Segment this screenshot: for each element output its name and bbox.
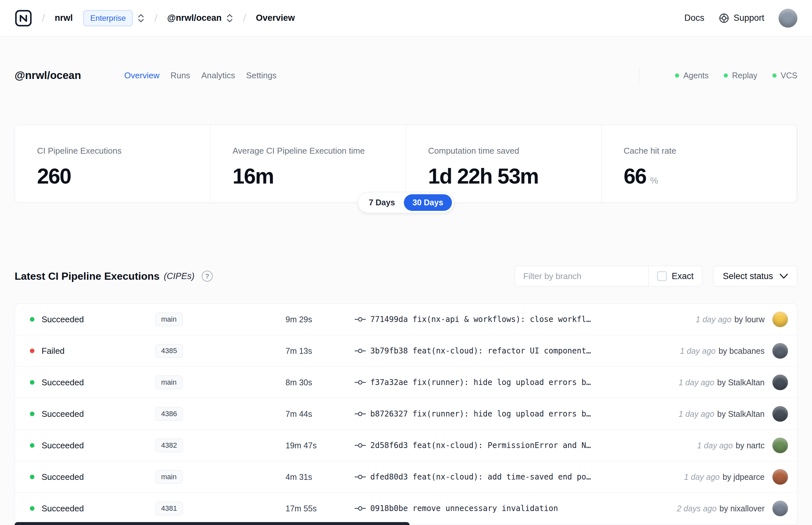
select-status-dropdown[interactable]: Select status	[713, 266, 797, 287]
org-selector-chevron-icon[interactable]	[137, 13, 144, 24]
row-status: Succeeded	[42, 409, 155, 419]
exact-checkbox[interactable]	[657, 271, 667, 281]
avatar	[772, 469, 788, 485]
breadcrumb-separator: /	[243, 12, 246, 24]
enterprise-badge[interactable]: Enterprise	[83, 10, 133, 26]
status-dot-icon	[30, 443, 34, 448]
branch-badge[interactable]: 4381	[155, 501, 183, 515]
table-row[interactable]: Failed 4385 7m 13s 3b79fb38 feat(nx-clou…	[15, 335, 797, 367]
row-author: by lourw	[734, 315, 765, 324]
row-meta: 1 day agoby lourw	[696, 315, 765, 324]
top-navbar: / nrwl Enterprise / @nrwl/ocean / Overvi…	[0, 0, 812, 36]
commit-message[interactable]: 0918b0be remove unnecessary invalidation	[370, 504, 558, 513]
row-duration: 8m 30s	[286, 378, 355, 387]
tab-overview[interactable]: Overview	[124, 71, 159, 80]
metric-value: 16m	[232, 164, 393, 189]
user-avatar[interactable]	[779, 9, 797, 28]
green-dot-icon	[772, 73, 777, 78]
breadcrumb-separator: /	[154, 12, 157, 24]
git-commit-icon	[355, 379, 366, 385]
range-7-days[interactable]: 7 Days	[360, 194, 404, 211]
status-label: Replay	[732, 71, 757, 80]
row-status: Succeeded	[42, 472, 155, 482]
metric-number: 66	[624, 164, 646, 188]
row-status: Succeeded	[42, 314, 155, 325]
branch-badge[interactable]: main	[155, 376, 183, 389]
avatar	[772, 406, 788, 422]
table-row[interactable]: Succeeded main 8m 30s f37a32ae fix(runne…	[15, 367, 797, 398]
row-duration: 4m 31s	[286, 472, 355, 482]
row-time: 1 day ago	[684, 472, 720, 481]
metric-average-execution-time: Average CI Pipeline Execution time 16m	[211, 125, 406, 202]
row-meta: 1 day agoby StalkAltan	[678, 378, 765, 387]
commit-message[interactable]: f37a32ae fix(runner): hide log upload er…	[370, 378, 591, 387]
status-dot-icon	[30, 349, 34, 353]
help-icon[interactable]: ?	[202, 271, 213, 282]
tab-analytics[interactable]: Analytics	[201, 71, 235, 80]
date-range-toggle: 7 Days 30 Days	[357, 192, 454, 213]
range-30-days[interactable]: 30 Days	[404, 194, 452, 211]
table-row[interactable]: Succeeded main 4m 31s dfed80d3 feat(nx-c…	[15, 461, 797, 493]
commit-message[interactable]: 3b79fb38 feat(nx-cloud): refactor UI com…	[370, 346, 591, 356]
row-author: by nartc	[736, 441, 765, 450]
avatar	[772, 375, 788, 390]
status-dot-icon	[30, 317, 34, 321]
row-duration: 7m 44s	[286, 409, 355, 419]
row-status: Succeeded	[42, 440, 155, 451]
table-row[interactable]: Succeeded 4382 19m 47s 2d58f6d3 feat(nx-…	[15, 430, 797, 461]
row-time: 2 days ago	[677, 504, 717, 513]
status-vcs[interactable]: VCS	[772, 71, 797, 80]
avatar	[772, 343, 788, 359]
metric-label: Average CI Pipeline Execution time	[232, 146, 393, 156]
row-meta: 1 day agoby bcabanes	[680, 346, 765, 356]
workspace-selector-chevron-icon[interactable]	[226, 13, 233, 24]
branch-badge[interactable]: 4386	[155, 407, 183, 421]
tab-settings[interactable]: Settings	[246, 71, 277, 80]
branch-badge[interactable]: 4385	[155, 344, 183, 358]
vertical-divider	[640, 68, 640, 83]
branch-badge[interactable]: 4382	[155, 439, 183, 452]
workspace-breadcrumb[interactable]: @nrwl/ocean	[167, 13, 221, 23]
commit-message[interactable]: dfed80d3 feat(nx-cloud): add time-saved …	[370, 472, 591, 481]
status-dot-icon	[30, 380, 34, 385]
metric-label: Computation time saved	[428, 146, 588, 156]
status-label: VCS	[781, 71, 797, 80]
avatar	[772, 438, 788, 453]
branch-badge[interactable]: main	[155, 313, 183, 326]
chevron-down-icon	[780, 273, 788, 279]
commit-message[interactable]: 2d58f6d3 feat(nx-cloud): PermissionError…	[370, 441, 591, 450]
table-row[interactable]: Succeeded main 9m 29s 771499da fix(nx-ap…	[15, 304, 797, 335]
cipe-table: Succeeded main 9m 29s 771499da fix(nx-ap…	[15, 303, 797, 524]
commit-message[interactable]: b8726327 fix(runner): hide log upload er…	[370, 409, 591, 418]
row-author: by StalkAltan	[717, 378, 765, 387]
metric-label: Cache hit rate	[624, 146, 784, 156]
table-row[interactable]: Succeeded 4381 17m 55s 0918b0be remove u…	[15, 493, 797, 524]
workspace-tabs: Overview Runs Analytics Settings	[124, 71, 277, 80]
exact-toggle[interactable]: Exact	[648, 266, 703, 287]
metric-value: 260	[37, 164, 197, 189]
metric-value: 66%	[624, 164, 784, 189]
org-breadcrumb[interactable]: nrwl	[55, 13, 73, 23]
branch-column: main	[155, 470, 286, 484]
branch-filter-input[interactable]	[515, 266, 648, 287]
branch-column: 4385	[155, 344, 286, 358]
git-commit-icon	[355, 348, 366, 354]
metric-cache-hit-rate: Cache hit rate 66%	[601, 125, 797, 202]
status-agents[interactable]: Agents	[675, 71, 709, 80]
section-subtitle: (CIPEs)	[164, 271, 195, 281]
avatar	[772, 501, 788, 516]
row-time: 1 day ago	[678, 378, 714, 387]
commit-message[interactable]: 771499da fix(nx-api & workflows): close …	[370, 315, 591, 324]
git-commit-icon	[355, 442, 366, 448]
docs-link[interactable]: Docs	[684, 13, 704, 23]
metric-ci-pipeline-executions: CI Pipeline Executions 260	[15, 125, 211, 202]
table-row[interactable]: Succeeded 4386 7m 44s b8726327 fix(runne…	[15, 398, 797, 430]
cipes-controls: Exact Select status	[515, 266, 797, 287]
status-replay[interactable]: Replay	[724, 71, 757, 80]
row-author: by bcabanes	[718, 346, 765, 356]
nx-logo-icon[interactable]	[15, 10, 32, 27]
support-link[interactable]: Support	[718, 13, 764, 24]
tab-runs[interactable]: Runs	[170, 71, 190, 80]
avatar	[772, 312, 788, 327]
branch-badge[interactable]: main	[155, 470, 183, 484]
